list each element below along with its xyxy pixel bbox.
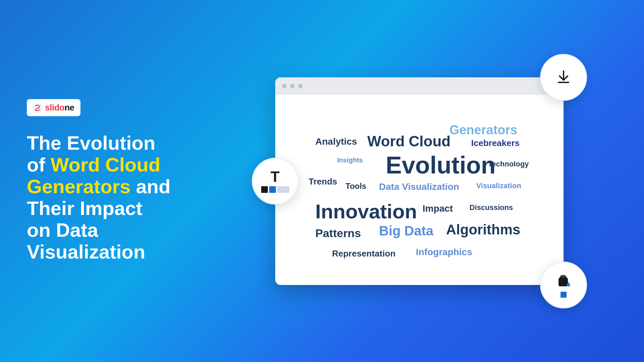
color-block-1 bbox=[261, 186, 268, 193]
wc-word-15: Big Data bbox=[379, 223, 433, 238]
headline-line5: on Data bbox=[27, 219, 181, 241]
text-tool-circle: T bbox=[252, 158, 299, 205]
wc-word-1: Analytics bbox=[315, 136, 357, 147]
headline-line1: The Evolution bbox=[27, 132, 181, 154]
color-blocks bbox=[261, 186, 289, 193]
wc-word-16: Algorithms bbox=[446, 222, 521, 238]
browser-content: GeneratorsAnalyticsWord CloudIcebreakers… bbox=[275, 95, 564, 285]
paint-circle bbox=[540, 262, 587, 308]
headline-line4: Their Impact bbox=[27, 198, 181, 219]
text-tool-icon: T bbox=[271, 169, 280, 184]
wc-word-13: Discussions bbox=[470, 203, 513, 212]
wc-word-6: Technology bbox=[488, 160, 529, 168]
headline-line6: Visualization bbox=[27, 241, 181, 263]
paint-color-dot bbox=[561, 292, 567, 298]
logo-text: slidone bbox=[45, 102, 74, 113]
color-block-3 bbox=[277, 186, 289, 193]
left-panel: slidone The Evolution of Word Cloud Gene… bbox=[0, 79, 208, 283]
word-cloud: GeneratorsAnalyticsWord CloudIcebreakers… bbox=[289, 105, 550, 275]
wc-word-9: Data Visualization bbox=[379, 182, 459, 192]
headline-yellow2: Generators bbox=[27, 175, 130, 197]
wc-word-14: Patterns bbox=[315, 227, 361, 240]
headline-yellow1: Word Cloud bbox=[51, 154, 161, 175]
logo-s-icon bbox=[33, 103, 42, 113]
wc-word-4: Insights bbox=[337, 156, 363, 164]
wc-word-2: Word Cloud bbox=[367, 133, 451, 150]
logo-box: slidone bbox=[27, 99, 80, 116]
wc-word-17: Representation bbox=[332, 248, 396, 259]
wc-word-5: Evolution bbox=[386, 151, 496, 179]
background: slidone The Evolution of Word Cloud Gene… bbox=[0, 0, 644, 362]
color-block-2 bbox=[269, 186, 276, 193]
wc-word-7: Trends bbox=[309, 176, 337, 187]
svg-rect-0 bbox=[33, 103, 42, 113]
browser-window: GeneratorsAnalyticsWord CloudIcebreakers… bbox=[275, 77, 564, 285]
word-cloud-inner: GeneratorsAnalyticsWord CloudIcebreakers… bbox=[305, 116, 533, 264]
svg-point-1 bbox=[560, 275, 566, 278]
wc-word-10: Visualization bbox=[476, 182, 521, 190]
wc-word-8: Tools bbox=[346, 182, 366, 191]
wc-word-18: Infographics bbox=[416, 247, 472, 258]
browser-bar bbox=[275, 77, 564, 95]
headline-line3: Generators and bbox=[27, 176, 181, 198]
headline: The Evolution of Word Cloud Generators a… bbox=[27, 132, 181, 263]
wc-word-0: Generators bbox=[450, 123, 518, 137]
download-circle bbox=[540, 54, 587, 101]
wc-word-11: Innovation bbox=[315, 200, 417, 223]
wc-word-12: Impact bbox=[423, 203, 453, 214]
browser-dot-1 bbox=[282, 84, 287, 88]
download-icon bbox=[555, 68, 572, 86]
headline-line2: of Word Cloud bbox=[27, 154, 181, 176]
right-panel: GeneratorsAnalyticsWord CloudIcebreakers… bbox=[208, 64, 644, 298]
wc-word-3: Icebreakers bbox=[471, 138, 520, 148]
paint-icon bbox=[554, 272, 573, 298]
browser-dot-3 bbox=[298, 84, 303, 88]
browser-dot-2 bbox=[290, 84, 295, 88]
